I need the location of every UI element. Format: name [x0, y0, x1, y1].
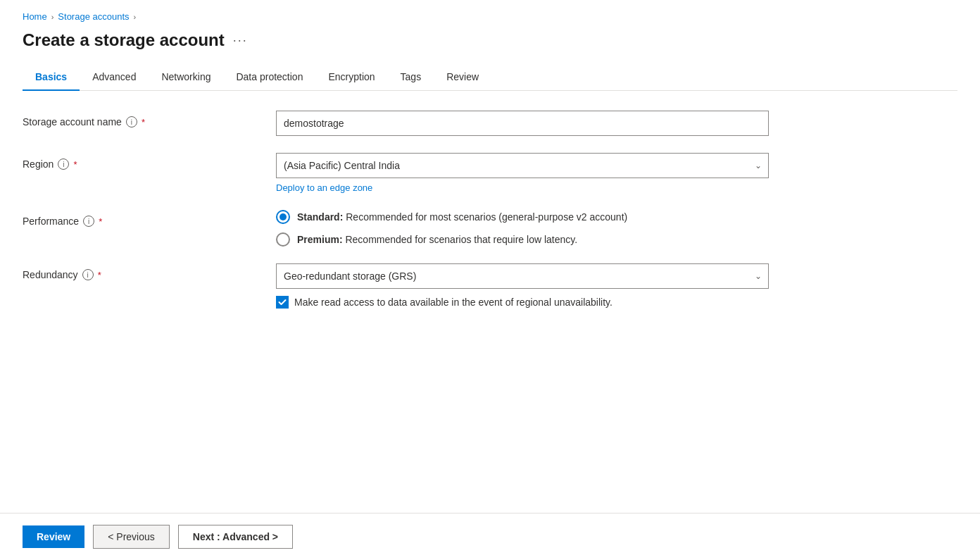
redundancy-select-wrapper: Geo-redundant storage (GRS) Locally-redu…: [276, 263, 769, 289]
storage-account-name-required: *: [142, 117, 145, 127]
breadcrumb-sep1: ›: [51, 13, 54, 21]
redundancy-required: *: [98, 270, 101, 280]
region-required: *: [73, 159, 77, 170]
performance-standard-bold: Standard:: [297, 211, 343, 223]
read-access-checkbox[interactable]: [276, 296, 289, 309]
breadcrumb-home[interactable]: Home: [23, 11, 47, 22]
redundancy-select[interactable]: Geo-redundant storage (GRS) Locally-redu…: [276, 263, 769, 289]
performance-standard-option[interactable]: Standard: Recommended for most scenarios…: [276, 210, 769, 224]
next-advanced-button[interactable]: Next : Advanced >: [178, 525, 293, 549]
performance-label: Performance: [23, 216, 79, 227]
redundancy-control: Geo-redundant storage (GRS) Locally-redu…: [276, 263, 769, 309]
page-title: Create a storage account: [23, 30, 225, 50]
storage-account-name-info-icon[interactable]: i: [126, 116, 137, 127]
performance-premium-option[interactable]: Premium: Recommended for scenarios that …: [276, 232, 769, 247]
read-access-checkbox-label: Make read access to data available in th…: [294, 297, 612, 308]
performance-standard-label: Standard: Recommended for most scenarios…: [297, 211, 627, 223]
region-select-wrapper: (Asia Pacific) Central India (US) East U…: [276, 153, 769, 178]
tab-basics[interactable]: Basics: [23, 64, 80, 91]
redundancy-label-col: Redundancy i *: [23, 263, 262, 280]
performance-label-col: Performance i *: [23, 210, 262, 227]
tab-data-protection[interactable]: Data protection: [223, 64, 315, 91]
page-menu-dots[interactable]: ···: [233, 33, 248, 48]
breadcrumb-storage-accounts[interactable]: Storage accounts: [58, 11, 129, 22]
form-section: Storage account name i * Region i * (Asi…: [23, 111, 811, 309]
performance-required: *: [99, 216, 102, 227]
review-button[interactable]: Review: [23, 525, 84, 548]
previous-button[interactable]: < Previous: [93, 525, 170, 549]
storage-account-name-row: Storage account name i *: [23, 111, 811, 136]
tab-review[interactable]: Review: [434, 64, 491, 91]
region-select[interactable]: (Asia Pacific) Central India (US) East U…: [276, 153, 769, 178]
tab-tags[interactable]: Tags: [388, 64, 434, 91]
region-row: Region i * (Asia Pacific) Central India …: [23, 153, 811, 193]
performance-premium-radio[interactable]: [276, 232, 290, 247]
performance-premium-label: Premium: Recommended for scenarios that …: [297, 234, 577, 245]
tab-networking[interactable]: Networking: [149, 64, 223, 91]
storage-account-name-label: Storage account name: [23, 116, 122, 127]
tab-encryption[interactable]: Encryption: [315, 64, 387, 91]
tabs-nav: Basics Advanced Networking Data protecti…: [23, 64, 957, 91]
performance-info-icon[interactable]: i: [83, 216, 94, 227]
region-control: (Asia Pacific) Central India (US) East U…: [276, 153, 769, 193]
region-info-icon[interactable]: i: [58, 158, 69, 170]
performance-radio-group: Standard: Recommended for most scenarios…: [276, 210, 769, 247]
breadcrumb-sep2: ›: [134, 13, 137, 21]
redundancy-checkbox-row: Make read access to data available in th…: [276, 296, 769, 309]
performance-premium-rest: Recommended for scenarios that require l…: [343, 234, 578, 245]
redundancy-info-icon[interactable]: i: [82, 269, 94, 280]
performance-row: Performance i * Standard: Recommended fo…: [23, 210, 811, 247]
page-title-row: Create a storage account ···: [23, 30, 957, 50]
performance-premium-bold: Premium:: [297, 234, 343, 245]
performance-control: Standard: Recommended for most scenarios…: [276, 210, 769, 247]
region-label: Region: [23, 158, 54, 170]
storage-account-name-input[interactable]: [276, 111, 769, 136]
storage-account-name-label-col: Storage account name i *: [23, 111, 262, 127]
redundancy-label: Redundancy: [23, 269, 78, 280]
region-label-col: Region i *: [23, 153, 262, 170]
performance-standard-radio[interactable]: [276, 210, 290, 224]
breadcrumb: Home › Storage accounts ›: [23, 11, 957, 22]
tab-advanced[interactable]: Advanced: [80, 64, 149, 91]
footer: Review < Previous Next : Advanced >: [0, 513, 980, 560]
performance-standard-rest: Recommended for most scenarios (general-…: [343, 211, 627, 223]
redundancy-row: Redundancy i * Geo-redundant storage (GR…: [23, 263, 811, 309]
storage-account-name-control: [276, 111, 769, 136]
checkmark-icon: [278, 298, 287, 306]
deploy-edge-zone-link[interactable]: Deploy to an edge zone: [276, 182, 372, 193]
